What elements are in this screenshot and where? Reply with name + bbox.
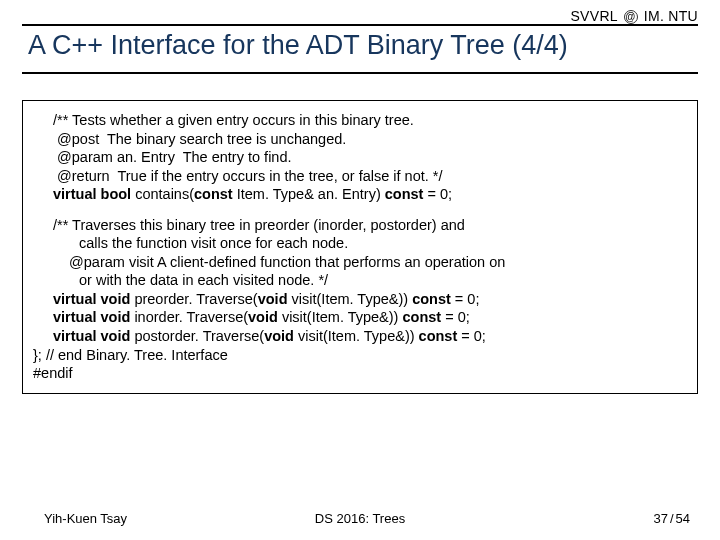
page-sep: /: [668, 511, 676, 526]
comment-line: @post The binary search tree is unchange…: [33, 130, 687, 149]
kw: const: [412, 291, 455, 307]
comment-line: or with the data in each visited node. *…: [33, 271, 687, 290]
signature-preorder: virtual void preorder. Traverse(void vis…: [33, 290, 687, 309]
comment-line: @param an. Entry The entry to find.: [33, 148, 687, 167]
signature-inorder: virtual void inorder. Traverse(void visi…: [33, 308, 687, 327]
txt: = 0;: [461, 328, 486, 344]
divider-under-title: [22, 72, 698, 74]
kw: virtual bool: [53, 186, 135, 202]
comment-line: @param visit A client-defined function t…: [33, 253, 687, 272]
code-block-contains: /** Tests whether a given entry occurs i…: [33, 111, 687, 204]
txt: = 0;: [445, 309, 470, 325]
txt: inorder. Traverse(: [134, 309, 248, 325]
code-block-traverse: /** Traverses this binary tree in preord…: [33, 216, 687, 383]
page-total: 54: [676, 511, 690, 526]
divider-top: [22, 24, 698, 26]
txt: = 0;: [455, 291, 480, 307]
org-left: SVVRL: [570, 8, 617, 24]
endif: #endif: [33, 364, 687, 383]
code-box: /** Tests whether a given entry occurs i…: [22, 100, 698, 394]
kw: virtual void: [53, 309, 134, 325]
txt: visit(Item. Type&)): [282, 309, 403, 325]
txt: postorder. Traverse(: [134, 328, 264, 344]
txt: visit(Item. Type&)): [292, 291, 413, 307]
page-title: A C++ Interface for the ADT Binary Tree …: [28, 30, 568, 61]
txt: preorder. Traverse(: [134, 291, 257, 307]
kw: const: [194, 186, 237, 202]
kw: const: [402, 309, 445, 325]
kw: virtual void: [53, 291, 134, 307]
org-right: IM. NTU: [644, 8, 698, 24]
txt: = 0;: [427, 186, 452, 202]
at-icon: @: [624, 10, 638, 24]
txt: Item. Type& an. Entry): [237, 186, 385, 202]
kw: const: [385, 186, 428, 202]
page-current: 37: [653, 511, 667, 526]
slide: SVVRL @ IM. NTU A C++ Interface for the …: [0, 0, 720, 540]
txt: contains(: [135, 186, 194, 202]
comment-line: calls the function visit once for each n…: [33, 234, 687, 253]
txt: visit(Item. Type&)): [298, 328, 419, 344]
kw: const: [419, 328, 462, 344]
comment-line: @return True if the entry occurs in the …: [33, 167, 687, 186]
signature-postorder: virtual void postorder. Traverse(void vi…: [33, 327, 687, 346]
signature-contains: virtual bool contains(const Item. Type& …: [33, 185, 687, 204]
class-close: }; // end Binary. Tree. Interface: [33, 346, 687, 365]
comment-line: /** Tests whether a given entry occurs i…: [33, 111, 687, 130]
comment-line: /** Traverses this binary tree in preord…: [33, 216, 687, 235]
footer-course: DS 2016: Trees: [0, 511, 720, 526]
kw: void: [248, 309, 282, 325]
kw: virtual void: [53, 328, 134, 344]
org-header: SVVRL @ IM. NTU: [570, 8, 698, 24]
kw: void: [258, 291, 292, 307]
kw: void: [264, 328, 298, 344]
footer-pager: 37/54: [653, 511, 690, 526]
